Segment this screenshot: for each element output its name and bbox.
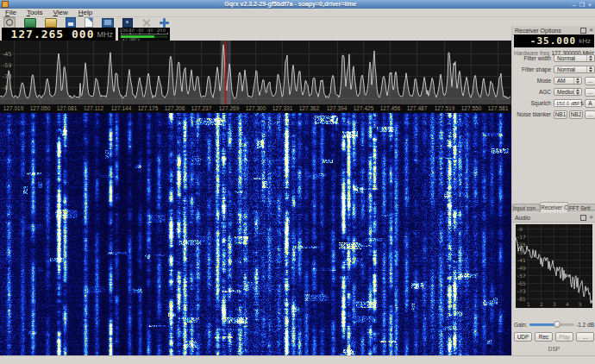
freq-tick-label: 127.425 [354,105,374,111]
close-panel-icon[interactable]: × [589,27,593,34]
float-panel-icon[interactable] [580,28,586,34]
squelch-value: -150.0 dBFS [554,101,585,106]
float-panel-icon[interactable] [580,215,586,221]
menu-view[interactable]: View [48,9,73,16]
menu-bar: FileToolsViewHelp [0,9,595,17]
freq-tick-label: 127.175 [138,105,159,111]
freq-tick-label: 127.331 [272,105,293,111]
nb-options-button[interactable]: ... [585,110,595,119]
squelch-auto-button[interactable]: A [585,99,595,108]
filter-shape-row: Filter shape Normal [514,66,594,74]
display-icon[interactable] [102,18,114,28]
right-dock: Receiver Options × -35.000 kHz Hardware … [511,26,595,355]
waterfall-display[interactable] [0,113,511,355]
audio-panel-header: Audio × [512,213,595,223]
save-icon[interactable] [66,17,76,28]
freq-tick-label: 127.456 [380,105,401,111]
freq-tick-label: 127.487 [407,105,428,111]
frequency-digits[interactable]: 127.265 000 [10,28,94,41]
dsp-status-label: DSP [512,346,595,352]
freq-tick-label: 127.019 [3,105,24,111]
options-button[interactable]: ... [576,332,594,342]
spectrum-plot[interactable] [0,41,511,104]
mode-options-button[interactable]: ... [585,77,595,85]
play-button[interactable]: Play [555,332,573,342]
minimize-button[interactable]: – [573,1,576,9]
freq-tick-label: 127.550 [461,105,482,111]
filter-width-label: Filter width [514,54,551,63]
udp-button[interactable]: UDP [514,332,532,342]
freq-tick-label: 127.394 [327,105,348,111]
freq-tick-label: 127.581 [488,105,509,111]
bookmark-icon[interactable] [85,17,93,28]
nb1-button[interactable]: NB1 [554,110,567,119]
fullscreen-icon[interactable] [160,18,169,28]
frequency-row: 127.265 000 MHz [0,28,511,41]
toolbar [0,17,595,28]
gain-slider[interactable] [529,321,574,329]
offset-frequency-display[interactable]: -35.000 kHz [514,35,594,47]
freq-tick-label: 127.237 [191,105,212,111]
menu-tools[interactable]: Tools [22,9,48,16]
mode-row: Mode AM ... [514,77,594,85]
tab-input-con-[interactable]: Input con... [512,204,540,212]
receiver-options-title: Receiver Options [515,28,580,34]
gain-row: Gain: -1.2 dB [514,320,594,329]
nb2-button[interactable]: NB2 [569,110,583,119]
status-bar [0,355,595,364]
squelch-row: Squelch -150.0 dBFS A [514,99,594,108]
tab-fft-sett-[interactable]: FFT Sett... [568,204,595,212]
dock-tab-bar: Input con...Receiver Op...FFT Sett... [512,201,595,212]
open-folder-icon[interactable] [45,18,57,28]
combo-arrows-icon [573,78,581,84]
freq-tick-label: 127.144 [111,105,132,111]
combo-arrows-icon [573,89,581,95]
audio-device-icon[interactable] [24,18,36,28]
offset-digits[interactable]: -35.000 [530,35,576,47]
filter-shape-combo[interactable]: Normal [554,66,595,73]
squelch-spinbox[interactable]: -150.0 dBFS [554,99,582,107]
frequency-axis[interactable]: 127.019127.050127.081127.112127.144127.1… [0,104,511,113]
audio-spectrum-plot [516,224,592,308]
menu-file[interactable]: File [0,9,22,16]
agc-label: AGC [514,88,551,97]
title-bar[interactable]: Gqrx v2.3.2-29-gf5bdf7a - soapy=0,driver… [0,0,595,9]
maximize-button[interactable]: ❐ [579,1,585,9]
filter-width-combo[interactable]: Normal [554,54,595,62]
freq-tick-label: 127.300 [246,105,266,111]
offset-unit: kHz [579,37,591,45]
tab-receiver-op-[interactable]: Receiver Op... [540,202,567,212]
frequency-display[interactable]: 127.265 000 MHz [2,28,116,41]
freq-tick-label: 127.519 [435,105,455,111]
slider-handle[interactable] [554,321,561,328]
mode-combo[interactable]: AM [554,77,582,85]
agc-row: AGC Medium ... [514,88,594,97]
app-icon [2,1,9,8]
menu-help[interactable]: Help [73,9,97,16]
freq-tick-label: 127.269 [219,105,240,111]
agc-combo[interactable]: Medium [554,88,582,96]
signal-strength-meter [118,28,170,41]
agc-options-button[interactable]: ... [585,88,595,97]
squelch-label: Squelch [514,99,551,108]
config-icon[interactable] [141,18,151,28]
freq-tick-label: 127.206 [165,105,185,111]
gqrx-window: Gqrx v2.3.2-29-gf5bdf7a - soapy=0,driver… [0,0,595,364]
freq-tick-label: 127.362 [299,105,320,111]
freq-tick-label: 127.081 [57,105,78,111]
close-panel-icon[interactable]: × [589,214,593,221]
audio-panel-title: Audio [515,215,580,221]
combo-arrows-icon [586,66,594,72]
filter-shape-value: Normal [554,66,586,72]
filter-shape-label: Filter shape [514,66,551,74]
window-title: Gqrx v2.3.2-29-gf5bdf7a - soapy=0,driver… [9,0,573,9]
mode-label: Mode [514,77,551,85]
close-button[interactable]: × [588,1,592,9]
freq-tick-label: 127.112 [84,105,103,111]
noise-blanker-row: Noise blanker NB1 NB2 ... [514,110,594,119]
gain-value: -1.2 dB [576,322,594,328]
agc-value: Medium [554,89,573,95]
rec-button[interactable]: Rec [535,332,553,342]
record-icon[interactable] [122,18,133,28]
power-icon[interactable] [3,16,16,28]
